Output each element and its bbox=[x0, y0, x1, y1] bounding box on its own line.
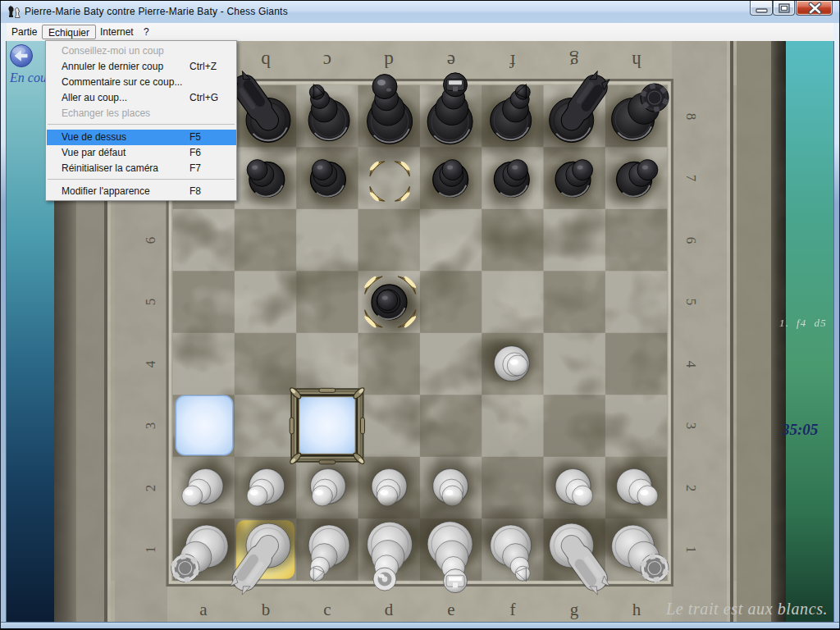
svg-text:e: e bbox=[447, 51, 455, 71]
svg-text:d: d bbox=[385, 600, 394, 619]
svg-text:4: 4 bbox=[143, 360, 158, 368]
svg-text:35:05: 35:05 bbox=[781, 421, 819, 438]
svg-text:3: 3 bbox=[143, 422, 158, 430]
svg-text:a: a bbox=[199, 600, 208, 619]
svg-text:6: 6 bbox=[143, 237, 158, 244]
svg-text:Le trait est aux blancs.: Le trait est aux blancs. bbox=[665, 600, 828, 618]
svg-text:5: 5 bbox=[683, 299, 699, 306]
svg-text:c: c bbox=[323, 51, 331, 71]
svg-text:g: g bbox=[570, 600, 579, 619]
svg-text:4: 4 bbox=[683, 361, 699, 368]
svg-text:7: 7 bbox=[683, 175, 699, 182]
svg-text:e: e bbox=[447, 600, 454, 619]
svg-text:f: f bbox=[510, 600, 516, 619]
svg-text:2: 2 bbox=[143, 485, 158, 492]
svg-text:c: c bbox=[323, 600, 331, 619]
svg-text:8: 8 bbox=[683, 113, 699, 121]
svg-text:d: d bbox=[384, 51, 394, 71]
svg-text:1: 1 bbox=[683, 546, 699, 554]
svg-text:b: b bbox=[261, 51, 271, 71]
svg-text:h: h bbox=[632, 51, 641, 71]
svg-text:g: g bbox=[569, 51, 579, 71]
svg-text:1: 1 bbox=[143, 546, 158, 554]
svg-text:h: h bbox=[632, 600, 641, 619]
svg-text:b: b bbox=[262, 600, 271, 619]
svg-text:2: 2 bbox=[683, 485, 699, 492]
svg-text:3: 3 bbox=[683, 422, 699, 430]
svg-text:6: 6 bbox=[683, 237, 699, 244]
svg-text:1. f4 d5: 1. f4 d5 bbox=[779, 317, 827, 329]
svg-text:f: f bbox=[509, 51, 516, 71]
svg-text:5: 5 bbox=[143, 299, 158, 306]
